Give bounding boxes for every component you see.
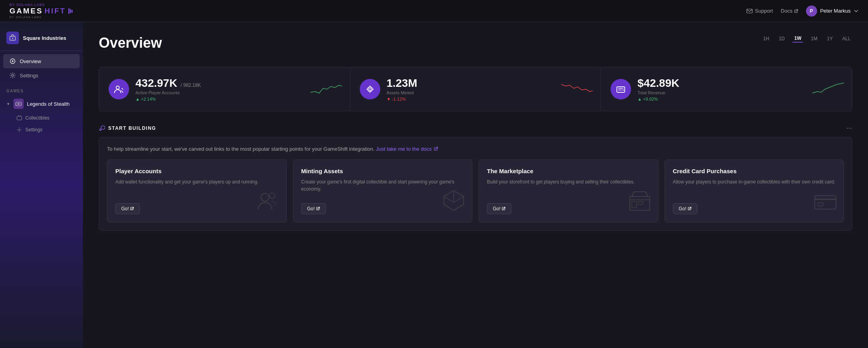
- time-1m[interactable]: 1M: [809, 35, 819, 42]
- svg-rect-19: [632, 201, 637, 208]
- credit-card-card-icon: [814, 193, 837, 216]
- user-menu[interactable]: P Peter Markus: [806, 6, 859, 17]
- svg-point-15: [623, 90, 624, 91]
- games-section-label: GAMES: [0, 82, 83, 95]
- docs-link[interactable]: Just take me to the docs: [376, 146, 438, 152]
- svg-point-12: [368, 87, 372, 92]
- time-1h[interactable]: 1H: [762, 35, 771, 42]
- active-players-icon: [109, 79, 129, 99]
- mail-icon: [746, 8, 753, 14]
- main-layout: Square Industries Overview Settings GAME…: [0, 22, 868, 348]
- svg-rect-0: [747, 9, 752, 13]
- org-header[interactable]: Square Industries: [0, 28, 83, 51]
- logo-text: GAMES: [9, 7, 43, 15]
- assets-minted-label: Assets Minted: [387, 90, 592, 95]
- svg-point-11: [116, 86, 119, 89]
- active-players-value: 432.97K: [135, 77, 177, 89]
- svg-point-4: [12, 60, 13, 62]
- marketplace-go: Go!: [487, 203, 650, 214]
- assets-minted-change: ▼ -1.12%: [387, 97, 592, 101]
- sidebar-game-item[interactable]: ▼ Legends of Stealth: [0, 95, 83, 112]
- time-1y[interactable]: 1Y: [825, 35, 834, 42]
- logo-by-label: BY SOLANA LABS: [9, 3, 45, 7]
- sidebar-item-overview[interactable]: Overview: [3, 54, 80, 68]
- section-description: To help streamline your start, we've car…: [107, 145, 844, 153]
- active-players-change: ▲ +2.14%: [135, 97, 340, 101]
- svg-rect-18: [630, 196, 650, 210]
- collectibles-icon: [17, 115, 22, 121]
- external-link-icon-small: [434, 147, 438, 151]
- svg-point-17: [269, 193, 275, 198]
- svg-rect-21: [815, 196, 836, 209]
- player-accounts-desc: Add wallet functionality and get your ga…: [115, 178, 278, 199]
- player-accounts-go-button[interactable]: Go!: [115, 203, 140, 214]
- wrench-icon: [99, 125, 105, 131]
- support-link[interactable]: Support: [746, 8, 773, 14]
- logo: BY SOLANA LABS GAMES HIFT BY SOLANA LABS: [9, 3, 73, 19]
- game-icon: [13, 99, 24, 109]
- marketplace-card-icon: [628, 189, 652, 216]
- sidebar-item-game-settings[interactable]: Settings: [0, 124, 83, 136]
- start-building-box: To help streamline your start, we've car…: [99, 137, 852, 231]
- marketplace-go-external-icon: [502, 207, 505, 210]
- feature-card-credit-card: Credit Card Purchases Allow your players…: [665, 159, 844, 223]
- credit-card-go: Go!: [673, 203, 836, 214]
- active-players-label: Active Player Accounts: [135, 90, 340, 95]
- credit-card-desc: Allow your players to purchase in-game c…: [673, 178, 836, 199]
- user-avatar: P: [806, 6, 817, 17]
- credit-card-go-button[interactable]: Go!: [673, 203, 697, 214]
- logo-shift: HIFT: [45, 7, 66, 15]
- svg-point-13: [369, 88, 371, 90]
- svg-rect-9: [17, 116, 22, 120]
- assets-minted-chart: [561, 80, 593, 98]
- stat-active-players: 432.97K / 982.18K Active Player Accounts…: [99, 67, 350, 111]
- marketplace-title: The Marketplace: [487, 168, 650, 174]
- assets-minted-value: 1.23M: [387, 77, 417, 89]
- time-all[interactable]: ALL: [841, 35, 852, 42]
- logo-solana: BY SOLANA LABS: [9, 15, 73, 19]
- stat-total-revenue: $42.89K Total Revenue ▲ +9.02%: [601, 67, 852, 111]
- more-options-button[interactable]: ···: [846, 124, 852, 132]
- svg-point-16: [261, 193, 269, 201]
- marketplace-go-button[interactable]: Go!: [487, 203, 511, 214]
- credit-card-go-external-icon: [688, 207, 691, 210]
- minting-assets-desc: Create your game's first digital collect…: [301, 178, 464, 199]
- player-accounts-card-icon: [256, 189, 280, 216]
- marketplace-desc: Build your storefront to get players buy…: [487, 178, 650, 199]
- sidebar-item-collectibles[interactable]: Collectibles: [0, 112, 83, 124]
- svg-rect-22: [817, 203, 823, 206]
- svg-rect-20: [638, 201, 643, 204]
- org-icon: [6, 32, 19, 44]
- svg-point-5: [12, 75, 14, 77]
- main-content: Overview 1H 1D 1W 1M 1Y ALL: [83, 22, 868, 348]
- stat-assets-minted: 1.23M Assets Minted ▼ -1.12%: [350, 67, 601, 111]
- player-accounts-title: Player Accounts: [115, 168, 278, 174]
- docs-link[interactable]: Docs: [781, 8, 798, 14]
- active-players-chart: [310, 80, 342, 98]
- game-name: Legends of Stealth: [27, 101, 70, 107]
- minting-assets-go-button[interactable]: Go!: [301, 203, 326, 214]
- minting-assets-go: Go!: [301, 203, 464, 214]
- svg-point-10: [19, 129, 20, 131]
- total-revenue-label: Total Revenue: [637, 90, 842, 95]
- start-building-header: START BUILDING ···: [99, 124, 852, 132]
- active-players-info: 432.97K / 982.18K Active Player Accounts…: [135, 77, 340, 101]
- svg-point-2: [12, 38, 13, 39]
- overview-icon: [9, 58, 16, 64]
- section-title: START BUILDING: [108, 125, 156, 131]
- sidebar-item-settings[interactable]: Settings: [3, 68, 80, 82]
- navbar: BY SOLANA LABS GAMES HIFT BY SOLANA LABS…: [0, 0, 868, 22]
- time-1d[interactable]: 1D: [777, 35, 786, 42]
- feature-card-marketplace: The Marketplace Build your storefront to…: [479, 159, 658, 223]
- total-revenue-icon: [611, 79, 631, 99]
- feature-card-minting-assets: Minting Assets Create your game's first …: [293, 159, 473, 223]
- time-1w[interactable]: 1W: [793, 35, 803, 43]
- active-players-sub: / 982.18K: [180, 82, 201, 88]
- settings-icon: [9, 72, 16, 79]
- feature-cards-grid: Player Accounts Add wallet functionality…: [107, 159, 844, 223]
- time-filter: 1H 1D 1W 1M 1Y ALL: [762, 35, 852, 43]
- navbar-right: Support Docs P Peter Markus: [746, 6, 859, 17]
- go-external-icon: [130, 207, 134, 210]
- minting-assets-card-icon: [442, 189, 466, 216]
- stats-row: 432.97K / 982.18K Active Player Accounts…: [99, 67, 852, 111]
